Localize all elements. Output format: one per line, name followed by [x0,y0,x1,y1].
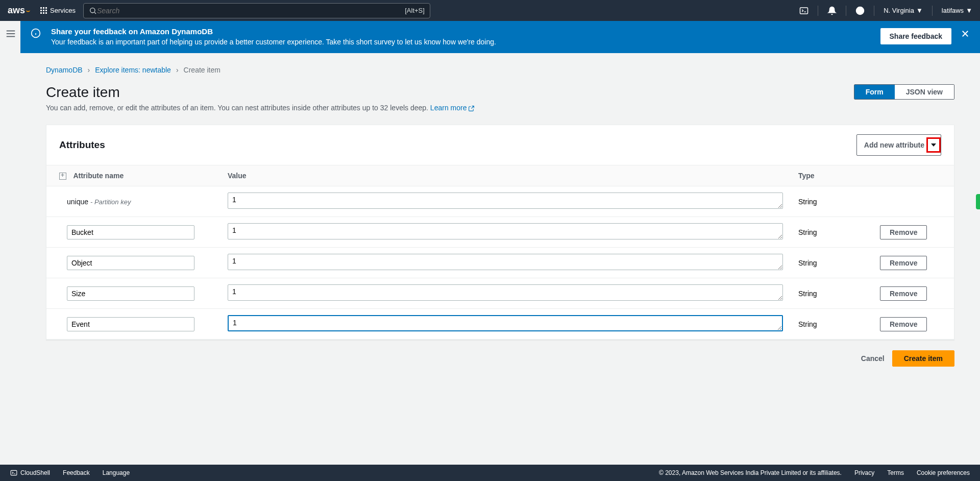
form-view-button[interactable]: Form [854,85,895,99]
attr-action-cell: Remove [872,217,954,248]
page-description: You can add, remove, or edit the attribu… [46,104,475,112]
attribute-row: unique - Partition keyString [46,186,954,217]
attr-value-input[interactable] [228,223,783,239]
top-nav: aws ⌣ Services [Alt+S] N. Virginia ▼ lat… [0,0,980,21]
close-icon [961,29,970,38]
feedback-banner: Share your feedback on Amazon DynamoDB Y… [20,21,980,53]
attr-value-cell [220,309,791,340]
language-link[interactable]: Language [103,469,130,476]
caret-down-icon: ▼ [966,7,972,14]
col-header-value: Value [220,165,791,186]
attr-name-cell [46,217,220,248]
learn-more-link[interactable]: Learn more [430,104,475,112]
attribute-row: StringRemove [46,217,954,248]
card-header: Attributes Add new attribute [46,125,954,165]
attr-name-input[interactable] [67,225,194,239]
attr-type-cell: String [791,217,872,248]
attr-value-cell [220,186,791,217]
attribute-row: StringRemove [46,309,954,340]
search-shortcut: [Alt+S] [405,7,425,14]
attribute-row: StringRemove [46,278,954,309]
attr-type-cell: String [791,278,872,309]
col-header-action [872,165,954,186]
attr-action-cell [872,186,954,217]
caret-down-icon: ▼ [916,7,923,14]
cookie-prefs-link[interactable]: Cookie preferences [917,469,970,476]
services-button[interactable]: Services [40,7,76,14]
share-feedback-button[interactable]: Share feedback [880,28,952,44]
expand-all-icon[interactable] [59,173,66,180]
remove-button[interactable]: Remove [880,286,927,301]
terms-link[interactable]: Terms [887,469,904,476]
col-header-name: Attribute name [46,165,220,186]
attr-type-cell: String [791,309,872,340]
user-label: latifaws [942,7,964,14]
attr-name-input[interactable] [67,317,194,331]
banner-title: Share your feedback on Amazon DynamoDB [51,27,880,36]
terminal-icon [10,469,17,476]
region-selector[interactable]: N. Virginia ▼ [884,7,923,14]
cancel-button[interactable]: Cancel [861,354,885,363]
services-grid-icon [40,7,47,14]
bell-icon[interactable] [827,6,837,15]
breadcrumb-current: Create item [184,66,220,74]
attr-value-input[interactable] [228,315,783,331]
user-menu[interactable]: latifaws ▼ [942,7,972,14]
breadcrumb-mid[interactable]: Explore items: newtable [95,66,171,74]
json-view-button[interactable]: JSON view [895,85,954,99]
region-label: N. Virginia [884,7,914,14]
svg-point-0 [90,8,95,12]
feedback-link[interactable]: Feedback [63,469,90,476]
aws-swoosh-icon: ⌣ [26,7,30,14]
add-attribute-button[interactable]: Add new attribute [856,134,941,156]
sidebar-toggle[interactable] [5,28,16,41]
view-toggle: Form JSON view [854,84,954,100]
aws-logo[interactable]: aws ⌣ [8,5,30,16]
attr-value-input[interactable] [228,284,783,301]
search-input[interactable] [97,7,405,15]
add-attribute-label: Add new attribute [864,141,924,149]
attr-name-cell [46,248,220,278]
footer-bar: CloudShell Feedback Language © 2023, Ama… [0,465,980,481]
attr-type-cell: String [791,186,872,217]
col-header-type: Type [791,165,872,186]
form-actions: Cancel Create item [46,350,954,367]
banner-content: Share your feedback on Amazon DynamoDB Y… [51,27,880,46]
remove-button[interactable]: Remove [880,317,927,331]
attr-action-cell: Remove [872,309,954,340]
info-icon [31,28,41,40]
attr-value-cell [220,217,791,248]
attr-type-cell: String [791,248,872,278]
search-box[interactable]: [Alt+S] [83,3,430,18]
create-item-button[interactable]: Create item [892,350,954,367]
attributes-table: Attribute name Value Type unique - Parti… [46,165,954,340]
attr-name-cell: unique - Partition key [46,186,220,217]
attr-name-input[interactable] [67,256,194,270]
page-title: Create item [46,84,475,101]
cloudshell-icon[interactable] [799,6,808,15]
remove-button[interactable]: Remove [880,225,927,239]
remove-button[interactable]: Remove [880,256,927,270]
chevron-right-icon: › [88,66,90,74]
nav-separator [874,6,874,16]
caret-down-icon [931,142,936,148]
nav-separator [932,6,933,16]
search-icon [89,7,97,15]
page-desc-text: You can add, remove, or edit the attribu… [46,104,430,112]
cloudshell-link[interactable]: CloudShell [10,469,50,476]
attr-value-cell [220,248,791,278]
banner-close-button[interactable] [961,29,970,40]
help-panel-tab[interactable] [976,194,980,209]
add-attribute-caret-highlight [926,137,941,153]
attr-name-input[interactable] [67,286,194,301]
card-title: Attributes [59,139,105,151]
attr-value-input[interactable] [228,254,783,270]
external-link-icon [468,105,475,112]
privacy-link[interactable]: Privacy [854,469,874,476]
nav-separator [846,6,846,16]
chevron-right-icon: › [176,66,179,74]
breadcrumb-root[interactable]: DynamoDB [46,66,83,74]
col-name-label: Attribute name [73,172,124,180]
attr-value-input[interactable] [228,193,783,209]
help-icon[interactable] [855,6,865,15]
